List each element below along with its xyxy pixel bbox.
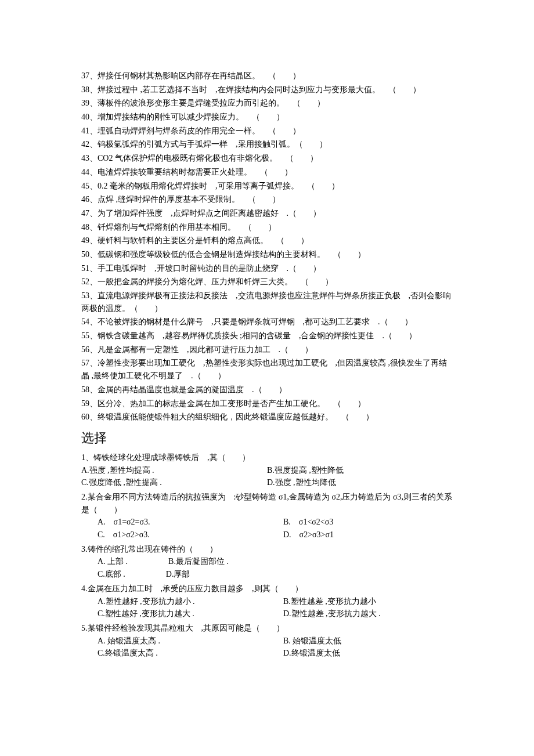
tf-item-sep: 、 <box>89 85 98 94</box>
tf-item-text: 硬钎料与软钎料的主要区分是钎料的熔点高低。 （ ） <box>98 236 309 245</box>
tf-item-number: 40 <box>81 113 89 121</box>
tf-item-sep: 、 <box>89 317 98 326</box>
mc-options: A. σ1=σ2=σ3.B. σ1<σ2<σ3C. σ1>σ2>σ3.D. σ2… <box>81 516 453 541</box>
mc-stem: 5.某锻件经检验发现其晶粒粗大 ,其原因可能是（ ） <box>81 622 453 635</box>
mc-options: A.强度 ,塑性均提高 .B.强度提高 ,塑性降低C.强度降低 ,塑性提高 .D… <box>81 464 453 489</box>
tf-item-text: 手工电弧焊时 ,开坡口时留钝边的目的是防止烧穿 .（ ） <box>98 264 321 273</box>
tf-item-number: 54 <box>81 317 89 326</box>
tf-item-text: 薄板件的波浪形变形主要是焊缝受拉应力而引起的。 （ ） <box>98 99 325 107</box>
tf-item-number: 51 <box>81 264 89 273</box>
tf-item: 54、不论被焊接的钢材是什么牌号 ,只要是钢焊条就可焊钢 ,都可达到工艺要求 .… <box>81 316 453 328</box>
mc-option: B. 始锻温度太低 <box>267 635 453 648</box>
tf-item-number: 42 <box>81 140 89 149</box>
tf-item-sep: 、 <box>89 223 98 231</box>
tf-item: 47、为了增加焊件强度 ,点焊时焊点之间距离越密越好 .（ ） <box>81 207 453 220</box>
tf-item-number: 57 <box>81 359 89 367</box>
tf-item: 58、金属的再结晶温度也就是金属的凝固温度 .（ ） <box>81 384 453 396</box>
mc-stem: 3.铸件的缩孔常出现在铸件的（ ） <box>81 543 453 556</box>
tf-item: 49、硬钎料与软钎料的主要区分是钎料的熔点高低。 （ ） <box>81 234 453 247</box>
tf-item-number: 55 <box>81 331 89 340</box>
true-false-list: 37、焊接任何钢材其热影响区内部存在再结晶区。 （ ）38、焊接过程中 ,若工艺… <box>81 70 453 424</box>
tf-item-text: 埋弧自动焊焊剂与焊条药皮的作用完全一样。 （ ） <box>98 126 301 135</box>
tf-item-text: 钨极氩弧焊的引弧方式与手弧焊一样 ,采用接触引弧。（ ） <box>98 140 327 149</box>
tf-item-text: 不论被焊接的钢材是什么牌号 ,只要是钢焊条就可焊钢 ,都可达到工艺要求 .（ ） <box>98 317 413 326</box>
tf-item-sep: 、 <box>89 331 98 340</box>
mc-option: B.塑性越差 ,变形抗力越小 <box>267 595 453 608</box>
tf-item-text: 增加焊接结构的刚性可以减少焊接应力。 （ ） <box>98 113 284 121</box>
mc-options: A.塑性越好 ,变形抗力越小 .B.塑性越差 ,变形抗力越小C.塑性越好 ,变形… <box>81 595 453 620</box>
tf-item-number: 46 <box>81 195 89 204</box>
tf-item-sep: 、 <box>89 154 98 162</box>
tf-item-text: 钎焊熔剂与气焊熔剂的作用基本相同。 （ ） <box>98 223 276 231</box>
tf-item: 55、钢铁含碳量越高 ,越容易焊得优质接头 ;相同的含碳量 ,合金钢的焊接性更佳… <box>81 330 453 342</box>
mc-option: A.塑性越好 ,变形抗力越小 . <box>81 595 267 608</box>
tf-item-text: 0.2 毫米的钢板用熔化焊焊接时 ,可采用等离子弧焊接。 （ ） <box>98 182 340 190</box>
tf-item: 51、手工电弧焊时 ,开坡口时留钝边的目的是防止烧穿 .（ ） <box>81 262 453 275</box>
mc-option: D. σ2>σ3>σ1 <box>267 529 453 541</box>
tf-item-text: 为了增加焊件强度 ,点焊时焊点之间距离越密越好 .（ ） <box>98 209 321 218</box>
tf-item: 45、0.2 毫米的钢板用熔化焊焊接时 ,可采用等离子弧焊接。 （ ） <box>81 180 453 193</box>
mc-option: C.强度降低 ,塑性提高 . <box>81 476 267 489</box>
tf-item: 60、终锻温度低能使锻件粗大的组织细化，因此终锻温度应越低越好。 （ ） <box>81 411 453 424</box>
multiple-choice-list: 1、铸铁经球化处理成球墨铸铁后 ,其（ ）A.强度 ,塑性均提高 .B.强度提高… <box>81 451 453 660</box>
mc-stem: 1、铸铁经球化处理成球墨铸铁后 ,其（ ） <box>81 451 453 464</box>
tf-item-number: 39 <box>81 99 89 107</box>
tf-item-number: 49 <box>81 236 89 245</box>
tf-item: 39、薄板件的波浪形变形主要是焊缝受拉应力而引起的。 （ ） <box>81 97 453 110</box>
mc-options: A. 上部 . B.最后凝固部位 .C.底部 . D.厚部 <box>81 555 453 580</box>
tf-item-number: 45 <box>81 182 89 190</box>
mc-option: D.终锻温度太低 <box>267 647 453 660</box>
mc-option: D.强度 ,塑性均降低 <box>267 476 453 489</box>
tf-item-text: 低碳钢和强度等级较低的低合金钢是制造焊接结构的主要材料。 （ ） <box>98 250 366 259</box>
tf-item-text: 区分冷、热加工的标志是金属在加工变形时是否产生加工硬化。 （ ） <box>98 399 366 408</box>
tf-item: 56、凡是金属都有一定塑性 ,因此都可进行压力加工 .（ ） <box>81 343 453 356</box>
tf-item-sep: 、 <box>89 71 98 80</box>
tf-item-number: 50 <box>81 250 89 259</box>
tf-item-text: 点焊 ,缝焊时焊件的厚度基本不受限制。 （ ） <box>98 195 280 204</box>
tf-item-sep: 、 <box>89 413 98 421</box>
mc-stem: 4.金属在压力加工时 ,承受的压应力数目越多 ,则其（ ） <box>81 583 453 595</box>
tf-item: 42、钨极氩弧焊的引弧方式与手弧焊一样 ,采用接触引弧。（ ） <box>81 138 453 151</box>
tf-item-number: 38 <box>81 85 89 94</box>
tf-item-number: 43 <box>81 154 89 162</box>
tf-item-sep: 、 <box>89 140 98 149</box>
tf-item-sep: 、 <box>89 126 98 135</box>
tf-item-sep: 、 <box>89 291 98 300</box>
tf-item-text: 电渣焊焊接较重要结构时都需要正火处理。 （ ） <box>98 168 293 176</box>
tf-item-number: 53 <box>81 291 89 300</box>
tf-item-sep: 、 <box>89 209 98 218</box>
tf-item-number: 44 <box>81 168 89 176</box>
tf-item-sep: 、 <box>89 345 98 354</box>
tf-item: 50、低碳钢和强度等级较低的低合金钢是制造焊接结构的主要材料。 （ ） <box>81 248 453 261</box>
tf-item-sep: 、 <box>89 195 98 204</box>
tf-item: 44、电渣焊焊接较重要结构时都需要正火处理。 （ ） <box>81 166 453 179</box>
tf-item-text: 金属的再结晶温度也就是金属的凝固温度 .（ ） <box>98 385 287 394</box>
tf-item-sep: 、 <box>89 359 98 367</box>
tf-item: 37、焊接任何钢材其热影响区内部存在再结晶区。 （ ） <box>81 70 453 82</box>
tf-item: 48、钎焊熔剂与气焊熔剂的作用基本相同。 （ ） <box>81 221 453 234</box>
tf-item-sep: 、 <box>89 113 98 121</box>
tf-item-text: 直流电源焊接焊极有正接法和反接法 ,交流电源焊接也应注意焊件与焊条所接正负极 ,… <box>81 291 451 313</box>
tf-item-text: 冷塑性变形要出现加工硬化 ,热塑性变形实际也出现过加工硬化 ,但因温度较高 ,很… <box>81 359 447 380</box>
tf-item-text: 钢铁含碳量越高 ,越容易焊得优质接头 ;相同的含碳量 ,合金钢的焊接性更佳 .（… <box>98 331 417 340</box>
tf-item-text: 凡是金属都有一定塑性 ,因此都可进行压力加工 .（ ） <box>98 345 313 354</box>
tf-item-number: 47 <box>81 209 89 218</box>
tf-item-number: 56 <box>81 345 89 354</box>
tf-item: 43、CO2 气体保护焊的电极既有熔化极也有非熔化极。 （ ） <box>81 152 453 165</box>
tf-item-sep: 、 <box>89 264 98 273</box>
tf-item-sep: 、 <box>89 182 98 190</box>
tf-item-text: 终锻温度低能使锻件粗大的组织细化，因此终锻温度应越低越好。 （ ） <box>98 413 374 421</box>
mc-option: B. σ1<σ2<σ3 <box>267 516 453 529</box>
tf-item-text: 一般把金属的焊接分为熔化焊、压力焊和钎焊三大类。 （ ） <box>98 277 333 286</box>
tf-item-number: 58 <box>81 385 89 394</box>
tf-item: 40、增加焊接结构的刚性可以减少焊接应力。 （ ） <box>81 111 453 124</box>
tf-item-number: 52 <box>81 277 89 286</box>
section-title-choice: 选择 <box>81 428 453 448</box>
mc-option: D.塑性越差 ,变形抗力越大 . <box>267 607 453 620</box>
tf-item: 46、点焊 ,缝焊时焊件的厚度基本不受限制。 （ ） <box>81 193 453 206</box>
mc-option: C. σ1>σ2>σ3. <box>81 529 267 541</box>
mc-option: A. σ1=σ2=σ3. <box>81 516 267 529</box>
mc-option: C.终锻温度太高 . <box>81 647 267 660</box>
tf-item-sep: 、 <box>89 385 98 394</box>
tf-item: 57、冷塑性变形要出现加工硬化 ,热塑性变形实际也出现过加工硬化 ,但因温度较高… <box>81 357 453 382</box>
